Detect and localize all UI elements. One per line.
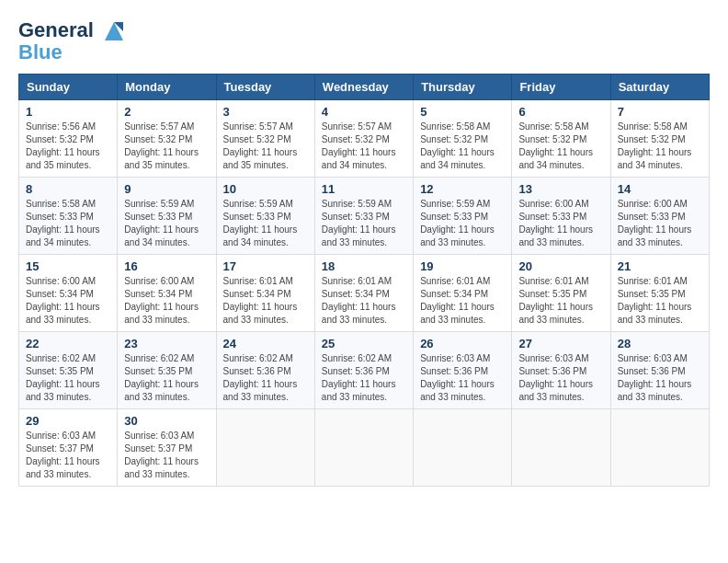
day-info: Sunrise: 6:03 AM Sunset: 5:37 PM Dayligh… xyxy=(26,430,110,481)
day-number: 8 xyxy=(26,182,110,196)
day-number: 21 xyxy=(618,259,702,273)
day-info: Sunrise: 6:02 AM Sunset: 5:36 PM Dayligh… xyxy=(322,352,406,404)
calendar-day-cell: 21Sunrise: 6:01 AM Sunset: 5:35 PM Dayli… xyxy=(610,255,709,332)
day-number: 12 xyxy=(420,182,505,196)
calendar-day-cell: 24Sunrise: 6:02 AM Sunset: 5:36 PM Dayli… xyxy=(216,332,314,409)
day-number: 18 xyxy=(322,259,406,273)
day-info: Sunrise: 6:01 AM Sunset: 5:35 PM Dayligh… xyxy=(618,275,702,327)
empty-cell xyxy=(216,409,314,487)
day-number: 7 xyxy=(618,105,702,119)
day-info: Sunrise: 6:02 AM Sunset: 5:35 PM Dayligh… xyxy=(124,352,209,404)
calendar-day-cell: 26Sunrise: 6:03 AM Sunset: 5:36 PM Dayli… xyxy=(414,332,512,409)
day-number: 1 xyxy=(26,105,110,119)
day-info: Sunrise: 5:58 AM Sunset: 5:32 PM Dayligh… xyxy=(420,121,505,172)
day-number: 17 xyxy=(223,259,308,273)
day-number: 5 xyxy=(420,105,505,119)
calendar-day-cell: 9Sunrise: 5:59 AM Sunset: 5:33 PM Daylig… xyxy=(118,178,216,255)
day-info: Sunrise: 6:01 AM Sunset: 5:34 PM Dayligh… xyxy=(420,275,505,327)
day-info: Sunrise: 6:03 AM Sunset: 5:37 PM Dayligh… xyxy=(124,430,209,481)
day-number: 14 xyxy=(618,182,702,196)
day-info: Sunrise: 5:57 AM Sunset: 5:32 PM Dayligh… xyxy=(322,121,406,172)
empty-cell xyxy=(610,409,709,487)
day-info: Sunrise: 6:00 AM Sunset: 5:33 PM Dayligh… xyxy=(618,198,702,249)
calendar-header-row: SundayMondayTuesdayWednesdayThursdayFrid… xyxy=(19,75,710,100)
day-info: Sunrise: 6:00 AM Sunset: 5:34 PM Dayligh… xyxy=(124,275,209,327)
day-number: 16 xyxy=(124,259,209,273)
calendar-day-cell: 27Sunrise: 6:03 AM Sunset: 5:36 PM Dayli… xyxy=(512,332,610,409)
weekday-header-monday: Monday xyxy=(118,75,216,100)
weekday-header-tuesday: Tuesday xyxy=(216,75,314,100)
day-number: 13 xyxy=(518,182,603,196)
logo-blue: Blue xyxy=(18,40,63,64)
day-number: 6 xyxy=(518,105,603,119)
logo: General Blue xyxy=(18,18,127,64)
day-number: 24 xyxy=(223,337,308,350)
day-number: 9 xyxy=(124,182,209,196)
day-number: 2 xyxy=(124,105,209,119)
day-info: Sunrise: 6:02 AM Sunset: 5:36 PM Dayligh… xyxy=(223,352,308,404)
calendar-day-cell: 10Sunrise: 5:59 AM Sunset: 5:33 PM Dayli… xyxy=(216,178,314,255)
empty-cell xyxy=(414,409,512,487)
calendar-day-cell: 5Sunrise: 5:58 AM Sunset: 5:32 PM Daylig… xyxy=(414,100,512,178)
day-number: 23 xyxy=(124,337,209,350)
day-number: 30 xyxy=(124,414,209,428)
weekday-header-sunday: Sunday xyxy=(19,75,118,100)
day-info: Sunrise: 5:57 AM Sunset: 5:32 PM Dayligh… xyxy=(124,121,209,172)
calendar-day-cell: 2Sunrise: 5:57 AM Sunset: 5:32 PM Daylig… xyxy=(118,100,216,178)
calendar-day-cell: 13Sunrise: 6:00 AM Sunset: 5:33 PM Dayli… xyxy=(512,178,610,255)
day-info: Sunrise: 6:02 AM Sunset: 5:35 PM Dayligh… xyxy=(26,352,110,404)
day-number: 26 xyxy=(420,337,505,350)
day-number: 15 xyxy=(26,259,110,273)
day-info: Sunrise: 6:01 AM Sunset: 5:34 PM Dayligh… xyxy=(322,275,406,327)
day-info: Sunrise: 5:59 AM Sunset: 5:33 PM Dayligh… xyxy=(322,198,406,249)
weekday-header-friday: Friday xyxy=(512,75,610,100)
calendar-day-cell: 14Sunrise: 6:00 AM Sunset: 5:33 PM Dayli… xyxy=(610,178,709,255)
day-number: 4 xyxy=(322,105,406,119)
calendar-day-cell: 23Sunrise: 6:02 AM Sunset: 5:35 PM Dayli… xyxy=(118,332,216,409)
calendar-week-row: 22Sunrise: 6:02 AM Sunset: 5:35 PM Dayli… xyxy=(19,332,710,409)
weekday-header-wednesday: Wednesday xyxy=(314,75,413,100)
empty-cell xyxy=(512,409,610,487)
calendar-week-row: 1Sunrise: 5:56 AM Sunset: 5:32 PM Daylig… xyxy=(19,100,710,178)
day-info: Sunrise: 5:59 AM Sunset: 5:33 PM Dayligh… xyxy=(223,198,308,249)
calendar-day-cell: 18Sunrise: 6:01 AM Sunset: 5:34 PM Dayli… xyxy=(314,255,413,332)
day-number: 28 xyxy=(618,337,702,350)
calendar-day-cell: 30Sunrise: 6:03 AM Sunset: 5:37 PM Dayli… xyxy=(118,409,216,487)
day-info: Sunrise: 6:03 AM Sunset: 5:36 PM Dayligh… xyxy=(420,352,505,404)
page-header: General Blue xyxy=(18,18,710,64)
calendar-day-cell: 6Sunrise: 5:58 AM Sunset: 5:32 PM Daylig… xyxy=(512,100,610,178)
calendar-day-cell: 4Sunrise: 5:57 AM Sunset: 5:32 PM Daylig… xyxy=(314,100,413,178)
calendar-day-cell: 7Sunrise: 5:58 AM Sunset: 5:32 PM Daylig… xyxy=(610,100,709,178)
day-number: 27 xyxy=(518,337,603,350)
calendar-day-cell: 15Sunrise: 6:00 AM Sunset: 5:34 PM Dayli… xyxy=(19,255,118,332)
calendar-day-cell: 20Sunrise: 6:01 AM Sunset: 5:35 PM Dayli… xyxy=(512,255,610,332)
day-info: Sunrise: 5:58 AM Sunset: 5:33 PM Dayligh… xyxy=(26,198,110,249)
calendar-week-row: 8Sunrise: 5:58 AM Sunset: 5:33 PM Daylig… xyxy=(19,178,710,255)
calendar-day-cell: 17Sunrise: 6:01 AM Sunset: 5:34 PM Dayli… xyxy=(216,255,314,332)
day-info: Sunrise: 5:59 AM Sunset: 5:33 PM Dayligh… xyxy=(124,198,209,249)
calendar-week-row: 29Sunrise: 6:03 AM Sunset: 5:37 PM Dayli… xyxy=(19,409,710,487)
day-info: Sunrise: 5:57 AM Sunset: 5:32 PM Dayligh… xyxy=(223,121,308,172)
calendar-day-cell: 16Sunrise: 6:00 AM Sunset: 5:34 PM Dayli… xyxy=(118,255,216,332)
weekday-header-thursday: Thursday xyxy=(414,75,512,100)
day-number: 19 xyxy=(420,259,505,273)
day-info: Sunrise: 6:00 AM Sunset: 5:34 PM Dayligh… xyxy=(26,275,110,327)
day-info: Sunrise: 5:56 AM Sunset: 5:32 PM Dayligh… xyxy=(26,121,110,172)
calendar-day-cell: 19Sunrise: 6:01 AM Sunset: 5:34 PM Dayli… xyxy=(414,255,512,332)
calendar-day-cell: 29Sunrise: 6:03 AM Sunset: 5:37 PM Dayli… xyxy=(19,409,118,487)
calendar-day-cell: 8Sunrise: 5:58 AM Sunset: 5:33 PM Daylig… xyxy=(19,178,118,255)
calendar-table: SundayMondayTuesdayWednesdayThursdayFrid… xyxy=(18,74,710,487)
calendar-day-cell: 28Sunrise: 6:03 AM Sunset: 5:36 PM Dayli… xyxy=(610,332,709,409)
day-number: 11 xyxy=(322,182,406,196)
day-info: Sunrise: 6:03 AM Sunset: 5:36 PM Dayligh… xyxy=(518,352,603,404)
day-number: 3 xyxy=(223,105,308,119)
day-info: Sunrise: 6:03 AM Sunset: 5:36 PM Dayligh… xyxy=(618,352,702,404)
day-info: Sunrise: 5:58 AM Sunset: 5:32 PM Dayligh… xyxy=(518,121,603,172)
day-number: 29 xyxy=(26,414,110,428)
day-info: Sunrise: 5:59 AM Sunset: 5:33 PM Dayligh… xyxy=(420,198,505,249)
day-info: Sunrise: 6:01 AM Sunset: 5:35 PM Dayligh… xyxy=(518,275,603,327)
day-info: Sunrise: 6:00 AM Sunset: 5:33 PM Dayligh… xyxy=(518,198,603,249)
day-number: 10 xyxy=(223,182,308,196)
calendar-day-cell: 25Sunrise: 6:02 AM Sunset: 5:36 PM Dayli… xyxy=(314,332,413,409)
calendar-day-cell: 11Sunrise: 5:59 AM Sunset: 5:33 PM Dayli… xyxy=(314,178,413,255)
